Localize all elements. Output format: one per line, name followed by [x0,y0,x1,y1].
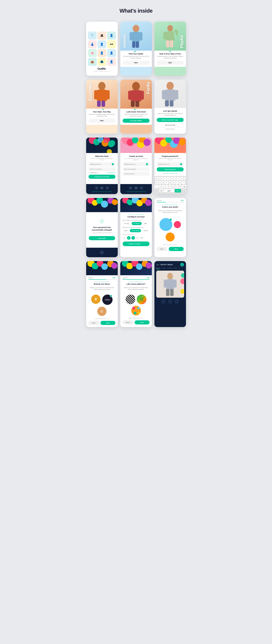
floral-pattern[interactable]: 🌿 [137,294,146,304]
action-share-btn[interactable]: ↑ [168,299,172,304]
size-xl[interactable]: XL [136,236,139,240]
key-delete[interactable]: ⌫ [182,185,186,188]
key-f[interactable]: f [165,181,168,184]
tab-acc[interactable]: Acc [178,268,180,270]
key-m[interactable]: m [179,185,182,188]
forgot-link[interactable]: Forgot password [107,172,115,173]
key-y[interactable]: y [170,177,173,180]
key-r[interactable]: r [164,177,166,180]
key-k[interactable]: k [179,181,182,184]
key-h[interactable]: h [172,181,175,184]
tab-outfit[interactable]: Outfut [174,268,177,270]
create-twitter-btn[interactable]: t [139,186,144,190]
next-btn-relaxed[interactable]: Next [122,61,150,65]
reset-btn[interactable]: Reset password [157,167,184,172]
have-account-btn[interactable]: Have an account? Login [157,118,184,122]
key-j[interactable]: j [176,181,178,184]
key-123[interactable]: 123 [159,189,164,192]
key-s[interactable]: s [159,181,162,184]
key-v[interactable]: v [169,185,172,188]
size-s[interactable]: S [122,236,126,240]
dots-pattern[interactable] [131,306,141,316]
key-b[interactable]: b [172,185,175,188]
remember-checkbox[interactable] [88,172,90,173]
try-link[interactable]: Try another way [169,173,178,174]
key-q[interactable]: q [154,177,156,180]
key-l[interactable]: l [182,181,185,184]
key-c[interactable]: c [165,185,168,188]
twitter-btn[interactable]: t [105,186,109,190]
skip-btn[interactable]: Skip [181,200,184,201]
next-btn-funky[interactable]: Let's get started [122,118,150,123]
key-u[interactable]: u [174,177,176,180]
both-btn[interactable]: Both [142,222,148,225]
casual-btn[interactable]: Casual [142,229,149,232]
key-z[interactable]: z [159,185,162,188]
next-btn-eccentric[interactable]: Next [88,118,116,123]
color-option-orange[interactable] [166,232,175,242]
size-m[interactable]: M [127,236,130,240]
forgot-password-link[interactable]: Forgot password? [157,128,184,130]
zebra-pattern[interactable] [126,294,135,304]
for-man-btn[interactable]: For man [122,222,131,225]
key-shift[interactable]: ⇧ [154,185,158,188]
key-return[interactable]: return [175,189,181,192]
tab-activewear[interactable]: Activewear [167,268,172,270]
key-t[interactable]: t [167,177,170,180]
clothier-check: ✓ [110,295,112,297]
next-btn-playful[interactable]: Next [157,61,184,65]
brand-option-c[interactable]: C [97,307,106,316]
tab-new-in[interactable]: New In [156,268,160,270]
action-next-btn[interactable]: → [174,299,179,304]
key-g[interactable]: g [169,181,172,184]
color-option-pink[interactable] [174,221,181,228]
key-a[interactable]: a [155,181,158,184]
create-email-input[interactable]: hi@fiftenstudio.com ✓ [122,162,150,166]
login-here-link[interactable]: Login here [140,191,146,192]
size-l[interactable]: L [131,236,135,240]
signup-link-text[interactable]: Sign Up here [105,191,112,192]
facebook-btn[interactable]: f [94,186,98,190]
smart-casual-btn[interactable]: Smart Casual [130,229,141,232]
key-p[interactable]: p [184,177,186,180]
patterns-skip-btn[interactable]: Skip [147,277,150,278]
create-confirm-input[interactable]: Confirm password [122,172,150,176]
tab-summer[interactable]: Summer [161,268,166,270]
patterns-save-btn[interactable]: Save [134,320,150,324]
for-women-btn[interactable]: For Women [132,222,142,225]
password-input[interactable]: Enter your password [88,167,116,171]
key-space[interactable]: space [164,189,174,192]
swipe-continue-btn[interactable]: Swipe to continue → [122,242,150,246]
size-xxl[interactable]: XXL [140,236,144,240]
create-pass-input[interactable]: Enter your password [122,167,150,171]
color-option-teal[interactable]: ✓ [160,218,172,231]
hamburger-icon[interactable] [156,264,160,266]
create-google-btn[interactable]: G [134,186,138,190]
key-d[interactable]: d [162,181,165,184]
join-btn[interactable]: Join us, it's Free [157,123,184,127]
back-btn[interactable]: Back [157,247,168,251]
patterns-back-btn[interactable]: Back [122,320,134,324]
key-x[interactable]: x [162,185,165,188]
action-prev-btn[interactable]: ← [161,299,166,304]
key-n[interactable]: n [176,185,178,188]
login-btn[interactable]: Log into your account [88,175,116,179]
outfit-icon-btn[interactable]: 👗 [180,263,184,266]
brands-back-btn[interactable]: Back [88,321,99,325]
login-again-btn[interactable]: Login again [89,236,115,240]
key-i[interactable]: i [177,177,180,180]
key-o[interactable]: o [180,177,183,180]
key-w[interactable]: w [157,177,160,180]
brand-option-clothier[interactable]: Clothier ✓ [102,294,112,305]
brand-option-b[interactable]: B [91,294,100,305]
google-btn[interactable]: G [100,186,104,190]
colors-next-btn[interactable]: Next [169,247,184,251]
sport-btn[interactable]: Sport [122,229,129,232]
brands-next-btn[interactable]: Next [100,321,115,325]
brands-skip-btn[interactable]: Skip [112,277,115,278]
forgot-email-input[interactable]: hi@fiftenstudio.com ✓ [157,162,184,166]
close-btn[interactable]: × [100,250,104,255]
create-facebook-btn[interactable]: f [128,186,133,190]
key-e[interactable]: e [160,177,163,180]
email-input[interactable]: hi@fiftenstudio.com ✓ [88,162,116,166]
